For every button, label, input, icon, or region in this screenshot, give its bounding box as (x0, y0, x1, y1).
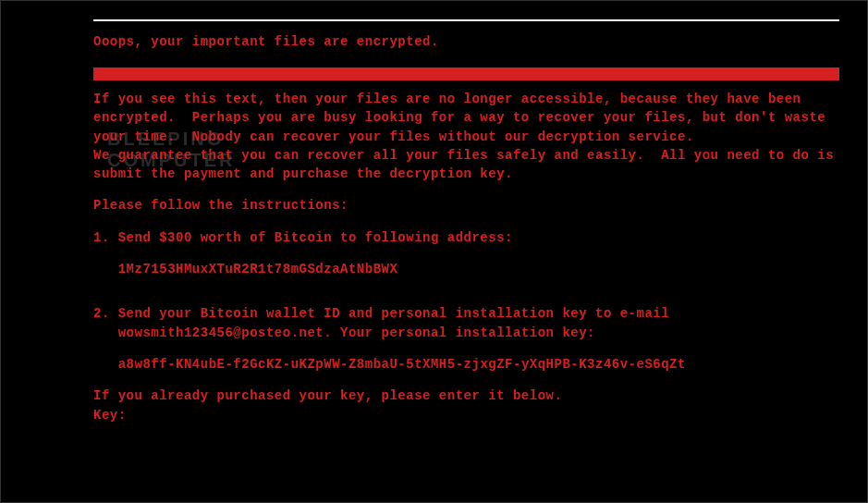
ransom-paragraph-1b: We guarantee that you can recover all yo… (93, 146, 839, 184)
ransom-header: Ooops, your important files are encrypte… (93, 34, 839, 49)
step-2-line-b: wowsmith123456@posteo.net. Your personal… (93, 324, 839, 342)
instructions-header: Please follow the instructions: (93, 196, 839, 215)
step-1: 1. Send $300 worth of Bitcoin to followi… (93, 228, 839, 247)
already-purchased: If you already purchased your key, pleas… (93, 386, 839, 405)
ransom-paragraph-1a: If you see this text, then your files ar… (93, 90, 839, 146)
installation-key: a8w8ff-KN4ubE-f2GcKZ-uKZpWW-Z8mbaU-5tXMH… (93, 355, 839, 374)
key-prompt[interactable]: Key: (93, 406, 839, 424)
bitcoin-address: 1Mz7153HMuxXTuR2R1t78mGSdzaAtNbBWX (93, 260, 839, 278)
red-separator-bar (93, 67, 839, 80)
divider-top (93, 19, 839, 21)
step-2-line-a: 2. Send your Bitcoin wallet ID and perso… (93, 304, 839, 323)
